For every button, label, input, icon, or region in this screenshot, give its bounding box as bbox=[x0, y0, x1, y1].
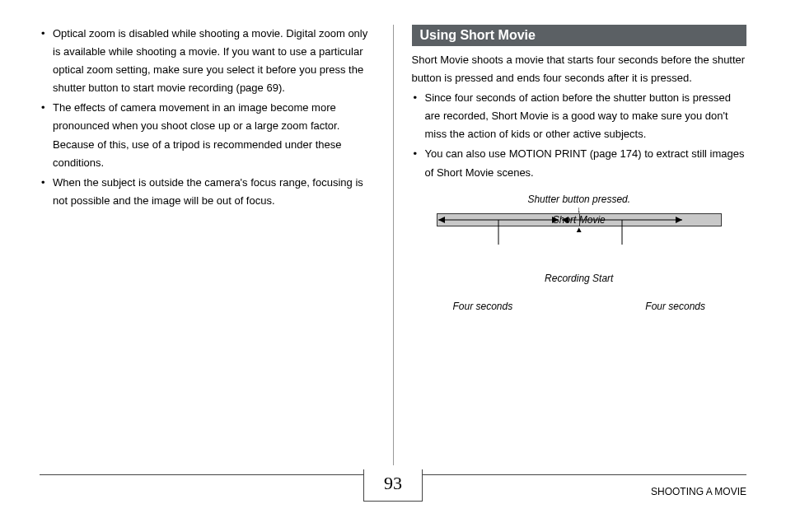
svg-marker-5 bbox=[676, 217, 682, 223]
svg-marker-2 bbox=[552, 217, 559, 223]
short-movie-diagram: Shutter button pressed. ↓ Short Movie bbox=[412, 194, 747, 312]
diagram-arrows-row: ▲ bbox=[437, 226, 723, 251]
column-divider bbox=[393, 25, 394, 465]
section-header: Using Short Movie bbox=[412, 25, 747, 46]
manual-page: Optical zoom is disabled while shooting … bbox=[0, 0, 786, 532]
diagram-tick-end bbox=[721, 213, 722, 226]
footer-chapter-title: SHOOTING A MOVIE bbox=[651, 486, 746, 497]
diagram-recording-start-label: Recording Start bbox=[412, 273, 747, 284]
span-arrows-icon bbox=[437, 212, 684, 251]
list-item: You can also use MOTION PRINT (page 174)… bbox=[412, 145, 747, 181]
left-bullet-list: Optical zoom is disabled while shooting … bbox=[40, 25, 375, 210]
diagram-left-span-label: Four seconds bbox=[453, 301, 513, 312]
list-item: The effects of camera movement in an ima… bbox=[40, 99, 375, 171]
right-column: Using Short Movie Short Movie shoots a m… bbox=[397, 25, 747, 465]
left-column: Optical zoom is disabled while shooting … bbox=[40, 25, 390, 465]
list-item: Optical zoom is disabled while shooting … bbox=[40, 25, 375, 97]
section-intro: Short Movie shoots a movie that starts f… bbox=[412, 51, 747, 87]
diagram-top-label: Shutter button pressed. bbox=[412, 194, 747, 205]
list-item: Since four seconds of action before the … bbox=[412, 89, 747, 143]
svg-marker-1 bbox=[438, 217, 445, 223]
two-column-layout: Optical zoom is disabled while shooting … bbox=[40, 25, 746, 465]
right-bullet-list: Since four seconds of action before the … bbox=[412, 89, 747, 181]
diagram-right-span-label: Four seconds bbox=[645, 301, 705, 312]
diagram-span-labels: Four seconds Four seconds bbox=[453, 301, 706, 312]
up-triangle-icon: ▲ bbox=[575, 225, 583, 234]
svg-marker-4 bbox=[562, 217, 568, 223]
page-number: 93 bbox=[363, 469, 423, 502]
list-item: When the subject is outside the camera's… bbox=[40, 174, 375, 210]
